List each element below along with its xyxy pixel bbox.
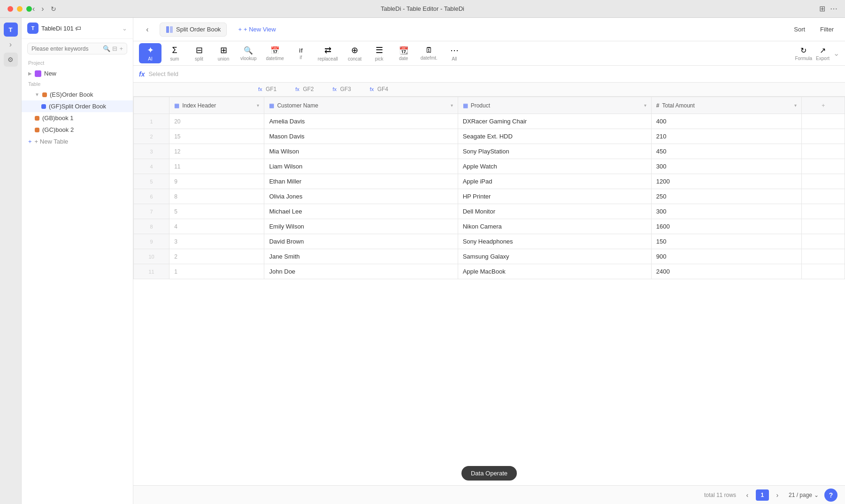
help-button[interactable]: ?: [824, 489, 837, 502]
split-tool-button[interactable]: ⊟ split: [188, 43, 210, 63]
total-cell[interactable]: 250: [651, 189, 802, 204]
index-cell[interactable]: 4: [169, 219, 264, 234]
total-cell[interactable]: 2400: [651, 264, 802, 279]
date-tool-button[interactable]: 📆 date: [392, 44, 415, 63]
search-icon[interactable]: 🔍: [103, 45, 110, 52]
product-cell[interactable]: Samsung Galaxy: [458, 249, 651, 264]
minimize-dot[interactable]: [17, 6, 23, 12]
sidebar-item-book2[interactable]: (GC)book 2: [22, 124, 133, 136]
reload-button[interactable]: ↻: [49, 4, 58, 14]
prev-page-button[interactable]: ‹: [742, 489, 753, 501]
search-input[interactable]: [31, 46, 100, 52]
product-cell[interactable]: DXRacer Gaming Chair: [458, 114, 651, 129]
filter-icon[interactable]: ⊟: [112, 45, 117, 52]
table-row[interactable]: 4 11 Liam Wilson Apple Watch 300: [134, 159, 845, 174]
gf4-tab[interactable]: fx GF4: [361, 84, 398, 95]
table-row[interactable]: 10 2 Jane Smith Samsung Galaxy 900: [134, 249, 845, 264]
toolbar-chevron-icon[interactable]: ⌄: [833, 49, 839, 58]
back-button[interactable]: ‹: [31, 4, 37, 14]
datetime-tool-button[interactable]: 📅 datetime: [262, 44, 287, 63]
total-col-dropdown-icon[interactable]: ▾: [794, 103, 797, 108]
index-cell[interactable]: 8: [169, 189, 264, 204]
customer-cell[interactable]: Mason Davis: [264, 129, 458, 144]
window-action-1[interactable]: ⊞: [819, 4, 825, 13]
table-row[interactable]: 7 5 Michael Lee Dell Monitor 300: [134, 204, 845, 219]
data-operate-button[interactable]: Data Operate: [461, 466, 517, 481]
add-icon[interactable]: +: [119, 45, 123, 52]
sum-tool-button[interactable]: Σ sum: [163, 44, 186, 63]
customer-cell[interactable]: Olivia Jones: [264, 189, 458, 204]
product-cell[interactable]: Apple iPad: [458, 174, 651, 189]
total-cell[interactable]: 300: [651, 204, 802, 219]
product-cell[interactable]: Dell Monitor: [458, 204, 651, 219]
sidebar-item-new[interactable]: ▶ New: [22, 68, 133, 79]
table-row[interactable]: 11 1 John Doe Apple MacBook 2400: [134, 264, 845, 279]
datefmt-tool-button[interactable]: 🗓 datefmt.: [417, 44, 441, 62]
vlookup-tool-button[interactable]: 🔍 vlookup: [237, 44, 260, 63]
customer-cell[interactable]: Emily Wilson: [264, 219, 458, 234]
product-cell[interactable]: Nikon Camera: [458, 219, 651, 234]
customer-cell[interactable]: Liam Wilson: [264, 159, 458, 174]
product-cell[interactable]: Sony PlayStation: [458, 144, 651, 159]
gf1-tab[interactable]: fx GF1: [249, 84, 286, 95]
window-action-2[interactable]: ⋯: [830, 4, 837, 13]
index-cell[interactable]: 15: [169, 129, 264, 144]
sort-button[interactable]: Sort: [790, 24, 809, 35]
if-tool-button[interactable]: if if: [290, 45, 312, 62]
sidebar-expand-icon[interactable]: ›: [9, 40, 12, 49]
replaceall-tool-button[interactable]: ⇄ replaceall: [314, 43, 342, 63]
select-field-label[interactable]: Select field: [148, 70, 178, 77]
index-cell[interactable]: 3: [169, 234, 264, 249]
customer-header-col[interactable]: ▦ Customer Name ▾: [264, 97, 458, 114]
index-header-col[interactable]: ▦ Index Header ▾: [169, 97, 264, 114]
product-cell[interactable]: Sony Headphones: [458, 234, 651, 249]
table-row[interactable]: 8 4 Emily Wilson Nikon Camera 1600: [134, 219, 845, 234]
settings-icon-button[interactable]: ⚙: [4, 53, 18, 67]
index-cell[interactable]: 5: [169, 204, 264, 219]
gf3-tab[interactable]: fx GF3: [323, 84, 361, 95]
index-cell[interactable]: 11: [169, 159, 264, 174]
view-tab-split-order-book[interactable]: Split Order Book: [160, 23, 227, 37]
index-cell[interactable]: 20: [169, 114, 264, 129]
all-tool-button[interactable]: ⋯ All: [443, 43, 466, 63]
index-cell[interactable]: 2: [169, 249, 264, 264]
sidebar-item-book1[interactable]: (GB)book 1: [22, 112, 133, 124]
product-cell[interactable]: Apple Watch: [458, 159, 651, 174]
filter-button[interactable]: Filter: [816, 24, 837, 35]
product-header-col[interactable]: ▦ Product ▾: [458, 97, 651, 114]
sidebar-item-order-book[interactable]: ▼ (ES)Order Book: [22, 89, 133, 100]
total-cell[interactable]: 210: [651, 129, 802, 144]
customer-cell[interactable]: John Doe: [264, 264, 458, 279]
per-page-selector[interactable]: 21 / page ⌄: [789, 492, 819, 498]
back-nav-button[interactable]: ‹: [141, 23, 154, 36]
pick-tool-button[interactable]: ☰ pick: [368, 43, 391, 63]
union-tool-button[interactable]: ⊞ union: [212, 43, 235, 63]
export-button[interactable]: ↗ Export: [816, 46, 830, 61]
formula-button[interactable]: ↻ Formula: [795, 46, 812, 61]
index-cell[interactable]: 12: [169, 144, 264, 159]
product-cell[interactable]: Seagate Ext. HDD: [458, 129, 651, 144]
product-col-dropdown-icon[interactable]: ▾: [644, 103, 646, 108]
customer-cell[interactable]: David Brown: [264, 234, 458, 249]
gf2-tab[interactable]: fx GF2: [286, 84, 323, 95]
sidebar-item-split-order-book[interactable]: (GF)Split Order Book: [22, 100, 133, 112]
current-page[interactable]: 1: [756, 489, 769, 501]
total-cell[interactable]: 400: [651, 114, 802, 129]
add-column-button[interactable]: +: [802, 97, 845, 114]
total-cell[interactable]: 900: [651, 249, 802, 264]
total-header-col[interactable]: # Total Amount ▾: [651, 97, 802, 114]
customer-cell[interactable]: Mia Wilson: [264, 144, 458, 159]
table-row[interactable]: 6 8 Olivia Jones HP Printer 250: [134, 189, 845, 204]
customer-cell[interactable]: Amelia Davis: [264, 114, 458, 129]
table-row[interactable]: 9 3 David Brown Sony Headphones 150: [134, 234, 845, 249]
table-row[interactable]: 1 20 Amelia Davis DXRacer Gaming Chair 4…: [134, 114, 845, 129]
index-col-dropdown-icon[interactable]: ▾: [257, 103, 259, 108]
customer-cell[interactable]: Ethan Miller: [264, 174, 458, 189]
new-table-button[interactable]: + + New Table: [22, 136, 133, 147]
total-cell[interactable]: 300: [651, 159, 802, 174]
workspace-chevron-icon[interactable]: ⌄: [122, 25, 127, 32]
customer-cell[interactable]: Michael Lee: [264, 204, 458, 219]
new-view-button[interactable]: + + New View: [232, 23, 281, 36]
close-dot[interactable]: [8, 6, 13, 12]
table-row[interactable]: 3 12 Mia Wilson Sony PlayStation 450: [134, 144, 845, 159]
